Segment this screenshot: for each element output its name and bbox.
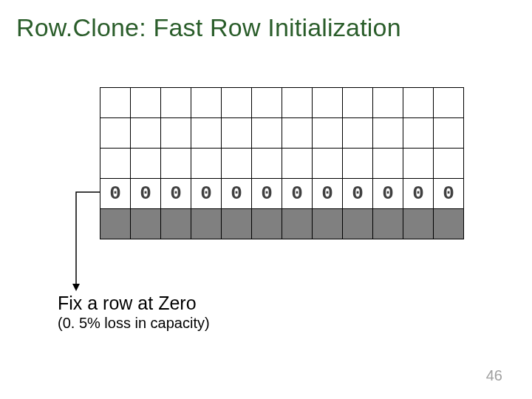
empty-cell <box>403 118 434 149</box>
empty-cell <box>434 88 464 118</box>
empty-cell <box>373 88 403 118</box>
shaded-cell <box>434 209 464 239</box>
shaded-cell <box>161 209 191 239</box>
table-row <box>100 209 464 239</box>
table-row: 000000000000 <box>100 179 464 209</box>
zero-cell: 0 <box>252 179 282 209</box>
caption-main: Fix a row at Zero <box>58 293 197 314</box>
zero-cell: 0 <box>313 179 343 209</box>
empty-cell <box>343 118 373 149</box>
shaded-cell <box>373 209 403 239</box>
shaded-cell <box>403 209 434 239</box>
empty-cell <box>403 149 434 179</box>
empty-cell <box>343 88 373 118</box>
empty-cell <box>222 149 252 179</box>
empty-cell <box>161 149 191 179</box>
empty-cell <box>282 88 313 118</box>
empty-cell <box>222 88 252 118</box>
empty-cell <box>100 149 131 179</box>
empty-cell <box>131 88 161 118</box>
zero-cell: 0 <box>403 179 434 209</box>
empty-cell <box>191 118 222 149</box>
empty-cell <box>252 118 282 149</box>
empty-cell <box>282 149 313 179</box>
empty-cell <box>161 118 191 149</box>
shaded-cell <box>343 209 373 239</box>
shaded-cell <box>222 209 252 239</box>
zero-cell: 0 <box>191 179 222 209</box>
table-row <box>100 88 464 118</box>
empty-cell <box>161 88 191 118</box>
empty-cell <box>282 118 313 149</box>
shaded-cell <box>191 209 222 239</box>
empty-cell <box>252 88 282 118</box>
empty-cell <box>343 149 373 179</box>
memory-grid: 000000000000 <box>100 87 464 239</box>
empty-cell <box>100 88 131 118</box>
arrow-icon <box>70 191 103 294</box>
slide-title: Row.Clone: Fast Row Initialization <box>16 13 401 42</box>
empty-cell <box>252 149 282 179</box>
empty-cell <box>403 88 434 118</box>
shaded-cell <box>100 209 131 239</box>
empty-cell <box>313 88 343 118</box>
zero-cell: 0 <box>282 179 313 209</box>
zero-cell: 0 <box>434 179 464 209</box>
empty-cell <box>373 118 403 149</box>
zero-cell: 0 <box>161 179 191 209</box>
shaded-cell <box>131 209 161 239</box>
zero-cell: 0 <box>222 179 252 209</box>
empty-cell <box>313 149 343 179</box>
memory-grid-body: 000000000000 <box>100 88 464 239</box>
zero-cell: 0 <box>373 179 403 209</box>
empty-cell <box>191 88 222 118</box>
shaded-cell <box>252 209 282 239</box>
zero-cell: 0 <box>343 179 373 209</box>
caption-sub: (0. 5% loss in capacity) <box>58 315 210 332</box>
empty-cell <box>222 118 252 149</box>
empty-cell <box>191 149 222 179</box>
empty-cell <box>434 118 464 149</box>
page-number: 46 <box>486 367 502 384</box>
shaded-cell <box>313 209 343 239</box>
shaded-cell <box>282 209 313 239</box>
empty-cell <box>373 149 403 179</box>
table-row <box>100 118 464 149</box>
empty-cell <box>434 149 464 179</box>
empty-cell <box>131 149 161 179</box>
table-row <box>100 149 464 179</box>
empty-cell <box>131 118 161 149</box>
empty-cell <box>100 118 131 149</box>
empty-cell <box>313 118 343 149</box>
zero-cell: 0 <box>100 179 131 209</box>
zero-cell: 0 <box>131 179 161 209</box>
